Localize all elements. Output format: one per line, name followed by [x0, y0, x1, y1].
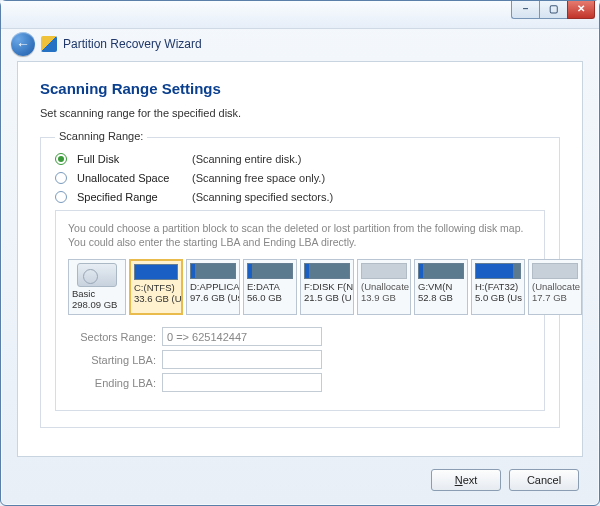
radio-unallocated[interactable]: Unallocated Space (Scanning free space o… [55, 172, 545, 184]
radio-icon [55, 191, 67, 203]
radio-specified[interactable]: Specified Range (Scanning specified sect… [55, 191, 545, 203]
usage-bar [475, 263, 521, 279]
block-size: 33.6 GB (U [131, 294, 181, 305]
content-panel: Scanning Range Settings Set scanning ran… [17, 61, 583, 457]
radio-label: Specified Range [77, 191, 182, 203]
starting-lba-input[interactable] [162, 350, 322, 369]
back-arrow-icon: ← [16, 36, 30, 52]
block-label: (Unallocate [529, 282, 581, 293]
disk-block-h[interactable]: H:(FAT32) 5.0 GB (Us [471, 259, 525, 315]
disk-block-g[interactable]: G:VM(N 52.8 GB [414, 259, 468, 315]
maximize-button[interactable]: ▢ [539, 1, 567, 19]
block-size: 52.8 GB [415, 293, 467, 304]
back-button[interactable]: ← [11, 32, 35, 56]
block-label: E:DATA [244, 282, 296, 293]
hard-disk-icon [77, 263, 117, 287]
disk-map-panel: You could choose a partition block to sc… [55, 210, 545, 411]
radio-label: Unallocated Space [77, 172, 182, 184]
radio-label: Full Disk [77, 153, 182, 165]
app-title: Partition Recovery Wizard [63, 37, 202, 51]
usage-bar [532, 263, 578, 279]
block-label: F:DISK F(N [301, 282, 353, 293]
disk-block-c[interactable]: C:(NTFS) 33.6 GB (U [129, 259, 183, 315]
ending-lba-row: Ending LBA: [68, 373, 532, 392]
disk-block-e[interactable]: E:DATA 56.0 GB [243, 259, 297, 315]
starting-lba-row: Starting LBA: [68, 350, 532, 369]
disk-block-f[interactable]: F:DISK F(N 21.5 GB (U [300, 259, 354, 315]
usage-bar [247, 263, 293, 279]
close-button[interactable]: ✕ [567, 1, 595, 19]
radio-hint: (Scanning entire disk.) [192, 153, 301, 165]
disk-block-unallocated-2[interactable]: (Unallocate 17.7 GB [528, 259, 582, 315]
app-icon [41, 36, 57, 52]
block-label: G:VM(N [415, 282, 467, 293]
nav-row: ← Partition Recovery Wizard [1, 29, 599, 59]
block-size: 21.5 GB (U [301, 293, 353, 304]
disk-map-hint: You could choose a partition block to sc… [68, 221, 532, 249]
usage-bar [418, 263, 464, 279]
disk-block-unallocated-1[interactable]: (Unallocate 13.9 GB [357, 259, 411, 315]
usage-bar [134, 264, 178, 280]
sectors-range-row: Sectors Range: [68, 327, 532, 346]
page-subtitle: Set scanning range for the specified dis… [40, 107, 560, 119]
scanning-range-legend: Scanning Range: [55, 130, 147, 142]
radio-icon [55, 153, 67, 165]
titlebar: – ▢ ✕ [1, 1, 599, 29]
usage-bar [190, 263, 236, 279]
block-size: 13.9 GB [358, 293, 410, 304]
usage-bar [361, 263, 407, 279]
disk-block-d[interactable]: D:APPLICATION 97.6 GB (Used: 8 [186, 259, 240, 315]
window-controls: – ▢ ✕ [511, 1, 595, 19]
radio-icon [55, 172, 67, 184]
radio-hint: (Scanning specified sectors.) [192, 191, 333, 203]
block-size: 56.0 GB [244, 293, 296, 304]
block-size: 298.09 GB [69, 300, 125, 311]
block-size: 5.0 GB (Us [472, 293, 524, 304]
disk-blocks: Basic 298.09 GB C:(NTFS) 33.6 GB (U D:AP… [68, 259, 532, 315]
next-button[interactable]: Next [431, 469, 501, 491]
block-label: (Unallocate [358, 282, 410, 293]
ending-lba-input[interactable] [162, 373, 322, 392]
ending-lba-label: Ending LBA: [68, 377, 156, 389]
block-label: H:(FAT32) [472, 282, 524, 293]
block-size: 97.6 GB (Used: 8 [187, 293, 239, 304]
radio-hint: (Scanning free space only.) [192, 172, 325, 184]
scanning-range-group: Scanning Range: Full Disk (Scanning enti… [40, 137, 560, 428]
radio-full-disk[interactable]: Full Disk (Scanning entire disk.) [55, 153, 545, 165]
block-label: Basic [69, 289, 125, 300]
sectors-range-input[interactable] [162, 327, 322, 346]
block-label: C:(NTFS) [131, 283, 181, 294]
wizard-window: – ▢ ✕ ← Partition Recovery Wizard Scanni… [0, 0, 600, 506]
minimize-button[interactable]: – [511, 1, 539, 19]
usage-bar [304, 263, 350, 279]
starting-lba-label: Starting LBA: [68, 354, 156, 366]
disk-block-basic[interactable]: Basic 298.09 GB [68, 259, 126, 315]
footer-buttons: Next Cancel [431, 469, 579, 491]
page-heading: Scanning Range Settings [40, 80, 560, 97]
block-size: 17.7 GB [529, 293, 581, 304]
block-label: D:APPLICATION [187, 282, 239, 293]
cancel-button[interactable]: Cancel [509, 469, 579, 491]
sectors-range-label: Sectors Range: [68, 331, 156, 343]
